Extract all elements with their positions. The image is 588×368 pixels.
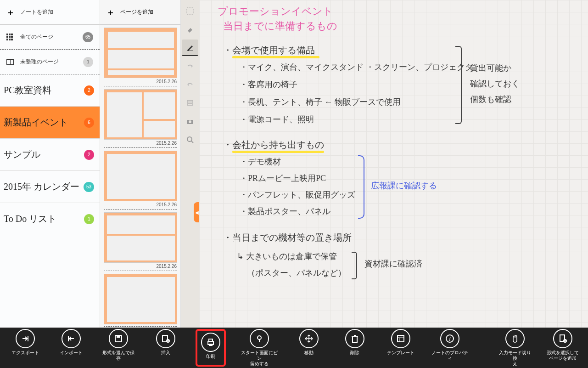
notebook-count: 2 [84, 150, 94, 160]
selection-tool[interactable] [182, 3, 198, 19]
b3-line-1: ↳ 大きいものは倉庫で保管 [237, 251, 337, 262]
notebook-item[interactable]: 新製品イベント 6 [0, 107, 100, 139]
template-button[interactable]: テンプレート [385, 329, 417, 367]
note-right-1-l1: 貸出可能か [470, 62, 511, 74]
note-right-1-l2: 確認しておく [470, 78, 520, 89]
notebook-item[interactable]: サンプル 2 [0, 139, 100, 171]
highlight-1 [232, 56, 319, 58]
notebook-item[interactable]: 2015年 カレンダー 53 [0, 171, 100, 203]
bracket-blue [358, 155, 364, 219]
app-bar: エクスポート インポート 形式を選んで保存 + 挿入 印刷 スタート画面にピン留… [0, 328, 588, 368]
print-button[interactable]: 印刷 [196, 329, 226, 367]
input-mode-icon [505, 329, 525, 348]
camera-tool[interactable] [182, 113, 198, 130]
export-icon [16, 329, 35, 348]
appbar-label: 入力モード切り換え [497, 350, 533, 367]
appbar-label: 削除 [350, 350, 359, 356]
svg-rect-18 [209, 344, 213, 346]
save-as-icon [109, 329, 128, 348]
svg-point-6 [189, 120, 191, 123]
move-button[interactable]: 移動 [293, 329, 325, 367]
plus-icon: ＋ [6, 7, 15, 18]
thumbnail-image [104, 89, 177, 140]
export-button[interactable]: エクスポート [9, 329, 41, 367]
page-thumbnail[interactable]: 2015.2.26 [104, 212, 177, 271]
b2-item-0: ・デモ機材 [240, 156, 281, 167]
canvas-title-2: 当日までに準備するもの [223, 19, 337, 33]
notebook-count: 1 [84, 214, 94, 224]
tool-toolbar: ◀ [181, 0, 199, 328]
text-tool[interactable] [182, 95, 198, 111]
thumbnail-image [104, 212, 177, 263]
svg-point-19 [258, 336, 261, 340]
unsorted-label: 未整理のページ [20, 58, 83, 66]
delete-button[interactable]: 削除 [339, 329, 371, 367]
svg-rect-24 [398, 335, 404, 342]
b2-item-3: ・製品ポスター、パネル [240, 206, 330, 217]
appbar-label: 形式を選択してページを追加 [547, 350, 579, 361]
properties-button[interactable]: i ノートのプロパティ [431, 329, 470, 367]
input-mode-button[interactable]: 入力モード切り換え [497, 329, 533, 367]
highlight-2 [232, 151, 324, 153]
insert-icon: + [156, 329, 175, 348]
notebook-item[interactable]: PC教室資料 2 [0, 74, 100, 107]
page-thumbnail[interactable]: 2015.2.26 [104, 28, 177, 86]
canvas-title-1: プロモーションイベント [218, 5, 333, 18]
notebook-title: PC教室資料 [4, 84, 84, 96]
pin-button[interactable]: スタート画面にピン留めする [240, 329, 279, 367]
delete-icon [345, 329, 364, 348]
svg-line-8 [191, 141, 193, 143]
add-page-format-icon: + [553, 329, 572, 348]
appbar-label: エクスポート [11, 350, 39, 356]
note-canvas[interactable]: プロモーションイベント 当日までに準備するもの ・会場で使用する備品 ・マイク、… [199, 0, 588, 328]
notebook-title: 新製品イベント [4, 116, 84, 129]
svg-rect-2 [187, 101, 193, 105]
import-icon [62, 329, 81, 348]
template-icon [391, 329, 410, 348]
page-thumbnail[interactable] [104, 274, 177, 327]
all-pages-button[interactable]: 全てのページ 65 [0, 25, 100, 50]
bracket-3 [352, 252, 357, 279]
notebook-count: 53 [84, 182, 94, 192]
notebook-title: サンプル [4, 148, 84, 161]
page-thumbnail[interactable]: 2015.2.26 [104, 151, 177, 209]
thumbnail-image [104, 28, 177, 78]
add-note-label: ノートを追加 [20, 8, 93, 16]
add-page-button[interactable]: ＋ ページを追加 [100, 0, 180, 25]
notebook-item[interactable]: To Do リスト 1 [0, 203, 100, 235]
move-icon [299, 329, 319, 348]
plus-icon: ＋ [106, 7, 115, 18]
pin-icon [250, 329, 269, 348]
b1-item-2: ・長机、テント、椅子 ← 物販ブースで使用 [240, 96, 401, 108]
grid-icon [6, 34, 14, 41]
save-as-button[interactable]: 形式を選んで保存 [101, 329, 136, 367]
notebook-count: 2 [84, 85, 94, 96]
notebook-title: To Do リスト [4, 213, 84, 225]
note-right-3: 資材課に確認済 [364, 258, 422, 269]
thumbnail-image [104, 274, 177, 324]
appbar-label: テンプレート [387, 350, 414, 356]
appbar-label: 印刷 [206, 354, 215, 359]
appbar-label: ノートのプロパティ [431, 350, 470, 361]
svg-rect-21 [353, 337, 357, 342]
notebook-title: 2015年 カレンダー [4, 181, 84, 193]
thumbnail-date: 2015.2.26 [104, 202, 177, 207]
appbar-label: 移動 [304, 350, 314, 356]
insert-button[interactable]: + 挿入 [150, 329, 182, 367]
svg-text:+: + [167, 339, 169, 343]
search-tool[interactable] [182, 131, 198, 148]
svg-rect-17 [209, 339, 213, 341]
thumbnail-date: 2015.2.26 [104, 79, 177, 84]
eraser-tool[interactable] [182, 21, 198, 38]
add-page-format-button[interactable]: + 形式を選択してページを追加 [547, 329, 579, 367]
add-note-button[interactable]: ＋ ノートを追加 [0, 0, 100, 25]
all-pages-label: 全てのページ [20, 33, 83, 41]
page-thumbnail[interactable]: 2015.2.26 [104, 89, 177, 148]
pen-tool[interactable] [182, 40, 198, 56]
b2-item-2: ・パンフレット、販促用グッズ [240, 189, 355, 200]
appbar-label: 形式を選んで保存 [101, 350, 136, 361]
redo-tool[interactable] [182, 58, 198, 74]
unsorted-pages-button[interactable]: 未整理のページ 1 [0, 50, 100, 74]
import-button[interactable]: インポート [55, 329, 87, 367]
undo-tool[interactable] [182, 76, 198, 93]
